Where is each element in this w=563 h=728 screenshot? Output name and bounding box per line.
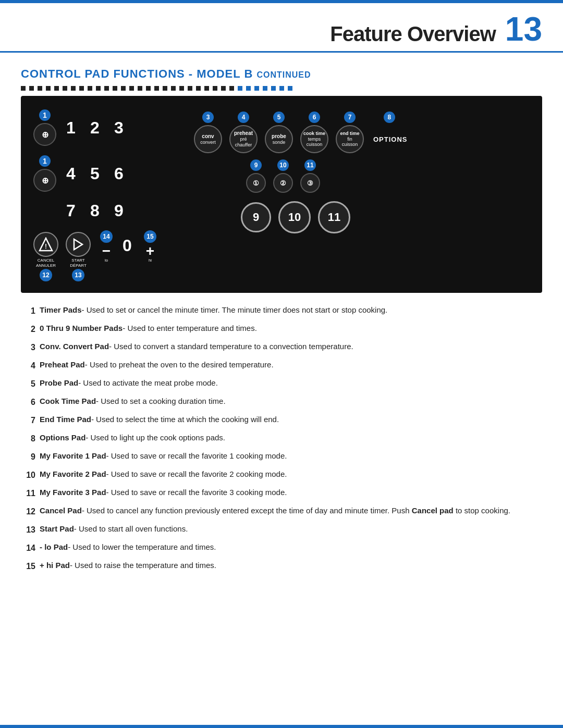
dot-blue	[238, 86, 242, 91]
desc-num-7: 7	[21, 414, 40, 427]
badge-9: 9	[250, 159, 262, 171]
badge-14: 14	[100, 230, 113, 243]
page-title: Feature Overview	[330, 22, 496, 46]
cancel-btn[interactable]: ! CANCELANNULER 12	[33, 232, 58, 281]
hi-badge-wrap: 15 +	[144, 230, 156, 258]
cancel-icon-circle[interactable]: !	[33, 232, 58, 257]
dot	[96, 86, 101, 91]
desc-15: 15 + hi Pad- Used to raise the temperatu…	[21, 560, 542, 573]
preheat-circle[interactable]: preheat pré chauffer	[229, 125, 258, 153]
fav2-circle[interactable]: ②	[273, 173, 293, 193]
dot-blue	[271, 86, 276, 91]
badge-1b: 1	[39, 155, 51, 167]
hi-btn[interactable]: 15 + hi	[144, 232, 156, 263]
options-label[interactable]: OPTIONS	[371, 135, 408, 143]
fav10-label: 10	[288, 211, 301, 224]
desc-text-7: End Time Pad- Used to select the time at…	[40, 414, 279, 426]
num-1[interactable]: 1	[62, 118, 80, 138]
end-time-circle[interactable]: end time fin cuisson	[336, 125, 364, 153]
dot-blue	[246, 86, 251, 91]
big-fav9[interactable]: 9	[241, 202, 271, 232]
panel-right: 3 conv convert 4 preheat pré chauffer	[190, 107, 530, 233]
end-time-fin: fin cuisson	[339, 137, 361, 148]
hi-label: hi	[149, 258, 152, 263]
preheat-label: preheat	[234, 130, 253, 137]
conv-sublabel: convert	[200, 140, 216, 145]
dot	[171, 86, 176, 91]
dot	[29, 86, 34, 91]
desc-num-5: 5	[21, 377, 40, 390]
desc-text-12: Cancel Pad- Used to cancel any function …	[40, 505, 510, 517]
svg-marker-2	[74, 239, 82, 250]
timer-btn-2[interactable]: ⊕	[33, 169, 56, 192]
desc-8: 8 Options Pad- Used to light up the cook…	[21, 432, 542, 445]
dot	[79, 86, 84, 91]
start-label: STARTDÉPART	[70, 258, 87, 268]
fav1-btn[interactable]: 9 ①	[246, 159, 266, 193]
fav1-circle[interactable]: ①	[246, 173, 266, 193]
cook-time-cuisson: cuisson	[307, 142, 323, 147]
big-fav11[interactable]: 11	[318, 201, 350, 233]
num-row-1: 1 ⊕ 1 2 3	[33, 107, 190, 148]
start-icon-circle[interactable]	[66, 232, 91, 257]
probe-sublabel: sonde	[273, 140, 286, 145]
num-5[interactable]: 5	[85, 164, 104, 183]
plus-symbol[interactable]: +	[146, 244, 154, 258]
timer-pad-2[interactable]: 1 ⊕	[33, 155, 56, 192]
num-9[interactable]: 9	[109, 201, 128, 220]
options-btn[interactable]: 8 OPTIONS	[371, 112, 408, 153]
end-time-label: end time	[340, 131, 359, 137]
conv-circle[interactable]: conv convert	[194, 125, 222, 153]
cook-time-btn[interactable]: 6 cook time temps cuisson	[300, 112, 328, 153]
badge-4: 4	[238, 112, 249, 123]
desc-text-4: Preheat Pad- Used to preheat the oven to…	[40, 359, 274, 371]
desc-num-12: 12	[21, 505, 40, 518]
big-fav10[interactable]: 10	[278, 201, 311, 233]
timer-pad-1[interactable]: 1 ⊕	[33, 109, 56, 146]
conv-btn[interactable]: 3 conv convert	[194, 112, 222, 153]
timer-btn-1[interactable]: ⊕	[33, 123, 56, 146]
fav3-label: ③	[307, 179, 313, 187]
dot	[204, 86, 209, 91]
desc-1: 1 Timer Pads- Used to set or cancel the …	[21, 304, 542, 317]
start-btn[interactable]: STARTDÉPART 13	[66, 232, 91, 281]
desc-num-1: 1	[21, 304, 40, 317]
desc-text-2: 0 Thru 9 Number Pads- Used to enter temp…	[40, 323, 257, 335]
num-4[interactable]: 4	[62, 164, 80, 183]
fav3-btn[interactable]: 11 ③	[300, 159, 320, 193]
fav-row: 9 ① 10 ② 11 ③	[194, 159, 530, 193]
dot	[121, 86, 126, 91]
desc-4: 4 Preheat Pad- Used to preheat the oven …	[21, 359, 542, 372]
desc-6: 6 Cook Time Pad- Used to set a cooking d…	[21, 396, 542, 409]
dot	[46, 86, 51, 91]
num-8[interactable]: 8	[85, 201, 104, 220]
dot-blue	[279, 86, 284, 91]
dot	[129, 86, 134, 91]
end-time-btn[interactable]: 7 end time fin cuisson	[336, 112, 364, 153]
func-row-top: 3 conv convert 4 preheat pré chauffer	[194, 107, 530, 153]
dot	[229, 86, 234, 91]
fav2-btn[interactable]: 10 ②	[273, 159, 293, 193]
conv-label: conv	[202, 133, 214, 140]
fav9-label: 9	[253, 211, 259, 224]
num-2[interactable]: 2	[85, 118, 104, 138]
preheat-btn[interactable]: 4 preheat pré chauffer	[229, 112, 258, 153]
num-7[interactable]: 7	[62, 201, 80, 220]
probe-btn[interactable]: 5 probe sonde	[265, 112, 293, 153]
fav3-circle[interactable]: ③	[300, 173, 320, 193]
num-6[interactable]: 6	[109, 164, 128, 183]
desc-text-1: Timer Pads- Used to set or cancel the mi…	[40, 304, 387, 316]
minus-symbol[interactable]: −	[102, 244, 111, 258]
dot	[221, 86, 226, 91]
desc-text-10: My Favorite 2 Pad- Used to save or recal…	[40, 468, 287, 480]
dot	[54, 86, 59, 91]
num-0[interactable]: 0	[118, 232, 137, 255]
num-3[interactable]: 3	[109, 118, 128, 138]
desc-num-9: 9	[21, 450, 40, 463]
lo-btn[interactable]: 14 − lo	[100, 232, 113, 263]
badge-11: 11	[304, 159, 316, 171]
probe-circle[interactable]: probe sonde	[265, 125, 293, 153]
cook-time-circle[interactable]: cook time temps cuisson	[300, 125, 328, 153]
preheat-chauffer: chauffer	[235, 142, 252, 148]
header: Feature Overview 13	[0, 3, 563, 53]
